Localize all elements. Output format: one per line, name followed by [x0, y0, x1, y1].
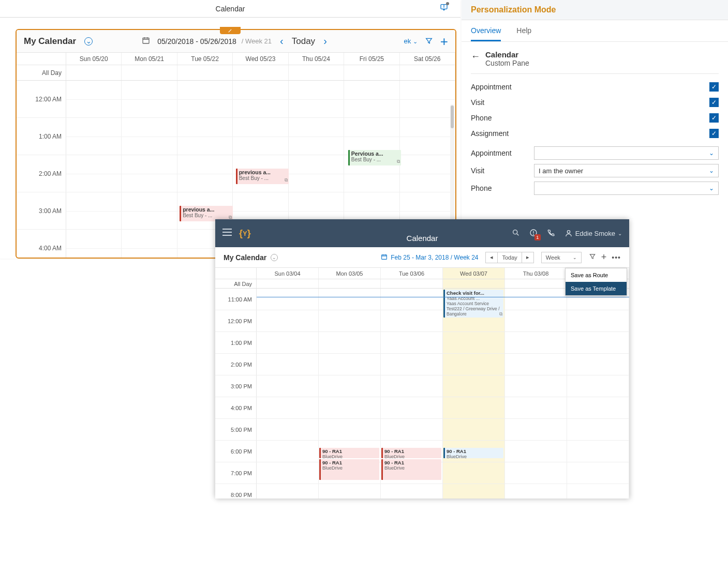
day-header: Sun 05/20	[66, 53, 122, 65]
svg-point-1	[444, 5, 444, 6]
day-header: Wed 03/07	[443, 268, 505, 279]
app2-calendar-grid: Sun 03/04 Mon 03/05 Tue 03/06 Wed 03/07 …	[215, 268, 629, 499]
perso-select[interactable]: I am the owner⌄	[534, 164, 719, 177]
chevron-down-icon: ⌄	[709, 167, 714, 174]
hour-label: 8:00 PM	[215, 484, 257, 499]
hour-label: 3:00 AM	[17, 192, 66, 229]
hour-label: 2:00 AM	[17, 155, 66, 192]
checkbox[interactable]: ✓	[709, 113, 719, 123]
tab-help[interactable]: Help	[516, 26, 531, 41]
date-pager: ◂ Today ▸	[485, 252, 533, 263]
calendar-event[interactable]: 90 - RA1BlueDrive	[319, 448, 379, 458]
date-range: 05/20/2018 - 05/26/2018	[157, 37, 236, 46]
prev-arrow-icon[interactable]: ‹	[277, 34, 287, 48]
conversation-icon[interactable]	[440, 3, 448, 14]
day-header: Fri 05/25	[344, 53, 399, 65]
next-button[interactable]: ▸	[522, 252, 533, 263]
calendar-title: My Calendar	[24, 36, 76, 47]
perso-check-label: Assignment	[471, 129, 709, 138]
day-header: Thu 05/24	[289, 53, 344, 65]
hour-label: 2:00 PM	[215, 354, 257, 375]
breadcrumb: ← Calendar Custom Pane	[471, 50, 719, 74]
week-label: / Week 21	[242, 37, 272, 45]
allday-label: All Day	[17, 65, 66, 80]
app2-date-range[interactable]: Feb 25 - Mar 3, 2018 / Week 24	[391, 254, 478, 261]
date-picker-icon[interactable]	[381, 253, 388, 262]
hour-label: 12:00 PM	[215, 310, 257, 331]
tab-overview[interactable]: Overview	[471, 26, 501, 41]
calendar-event[interactable]: Check visit for...Yaas Account ...Yaas A…	[443, 290, 503, 318]
app2-header: {Y} Calendar 1 Eddie Smoke ⌄	[215, 219, 629, 247]
edit-handle-icon[interactable]	[220, 27, 241, 34]
hour-label: 6:00 PM	[215, 441, 257, 462]
calendar-app-secondary: {Y} Calendar 1 Eddie Smoke ⌄ My Calendar…	[215, 219, 629, 499]
day-header: Wed 05/23	[233, 53, 288, 65]
filter-icon[interactable]	[589, 253, 596, 262]
calendar-event[interactable]: 90 - RA1BlueDrive	[319, 459, 379, 480]
app-header: Calendar	[0, 0, 460, 18]
alert-icon[interactable]: 1	[529, 229, 538, 238]
menu-item-save-template[interactable]: Save as Template	[566, 282, 627, 295]
menu-item-save-route[interactable]: Save as Route	[566, 268, 627, 282]
perso-check-label: Appointment	[471, 83, 709, 91]
alert-badge: 1	[534, 234, 541, 240]
date-picker-icon[interactable]	[142, 36, 150, 46]
perso-select-label: Appointment	[471, 149, 529, 157]
perso-check-label: Visit	[471, 98, 709, 107]
hour-label: 7:00 PM	[215, 462, 257, 484]
hour-label: 4:00 PM	[215, 397, 257, 418]
day-header: Sat 05/26	[400, 53, 455, 65]
perso-select-label: Phone	[471, 184, 529, 192]
checkbox[interactable]: ✓	[709, 98, 719, 107]
view-mode-dropdown[interactable]: ek ⌄	[404, 37, 417, 45]
app2-title: Calendar	[215, 234, 629, 243]
calendar-event[interactable]: previous a...Best Buy - ... ⧉	[236, 169, 289, 184]
crumb-title: Calendar	[485, 50, 529, 59]
perso-select[interactable]: ⌄	[534, 182, 719, 195]
chevron-down-icon: ⌄	[573, 255, 577, 260]
perso-select[interactable]: ⌄	[534, 146, 719, 160]
perso-heading: Personalization Mode	[462, 0, 728, 20]
view-mode-dropdown[interactable]: Week⌄	[541, 252, 582, 263]
back-arrow-icon[interactable]: ←	[471, 50, 480, 62]
day-header: Tue 03/06	[381, 268, 443, 279]
add-icon[interactable]: +	[440, 35, 448, 48]
svg-point-6	[567, 231, 570, 233]
personalization-pane: Personalization Mode Overview Help ← Cal…	[462, 0, 728, 197]
calendar-event[interactable]: 90 - RA1BlueDrive	[443, 448, 503, 458]
today-button[interactable]: Today	[498, 252, 522, 263]
filter-icon[interactable]	[425, 36, 433, 47]
chevron-down-icon: ⌄	[709, 149, 714, 157]
today-button[interactable]: Today	[292, 36, 315, 47]
hour-label: 12:00 AM	[17, 81, 66, 117]
day-header: Sun 03/04	[257, 268, 319, 279]
prev-button[interactable]: ◂	[486, 252, 498, 263]
context-menu: Save as Route Save as Template	[565, 268, 627, 296]
svg-rect-2	[143, 38, 149, 43]
day-header-row: Sun 05/20 Mon 05/21 Tue 05/22 Wed 05/23 …	[17, 53, 455, 65]
day-header: Tue 05/22	[177, 53, 233, 65]
add-icon[interactable]: +	[601, 252, 607, 263]
expand-icon[interactable]: ⌄	[84, 37, 93, 46]
day-header: Mon 05/21	[122, 53, 177, 65]
expand-icon[interactable]: ⌄	[271, 254, 278, 261]
allday-label: All Day	[215, 279, 257, 288]
calendar-event[interactable]: 90 - RA1BlueDrive	[381, 459, 441, 480]
calendar-event[interactable]: 90 - RA1BlueDrive	[381, 448, 441, 458]
day-header: Mon 03/05	[319, 268, 381, 279]
next-arrow-icon[interactable]: ›	[320, 34, 330, 48]
checkbox[interactable]: ✓	[709, 82, 719, 92]
svg-point-3	[513, 230, 517, 234]
app2-toolbar: My Calendar ⌄ Feb 25 - Mar 3, 2018 / Wee…	[215, 247, 629, 268]
hour-label: 1:00 PM	[215, 332, 257, 353]
hour-label: 1:00 AM	[17, 118, 66, 155]
calendar-event[interactable]: Pervious a...Best Buy - ... ⧉	[348, 150, 402, 165]
checkbox[interactable]: ✓	[709, 129, 719, 138]
app-title: Calendar	[216, 5, 245, 13]
allday-row: All Day	[17, 65, 455, 81]
hour-label: 11:00 AM	[215, 289, 257, 310]
more-icon[interactable]: •••	[612, 253, 621, 262]
svg-rect-7	[382, 254, 387, 259]
perso-check-label: Phone	[471, 114, 709, 122]
chevron-down-icon: ⌄	[709, 185, 714, 192]
